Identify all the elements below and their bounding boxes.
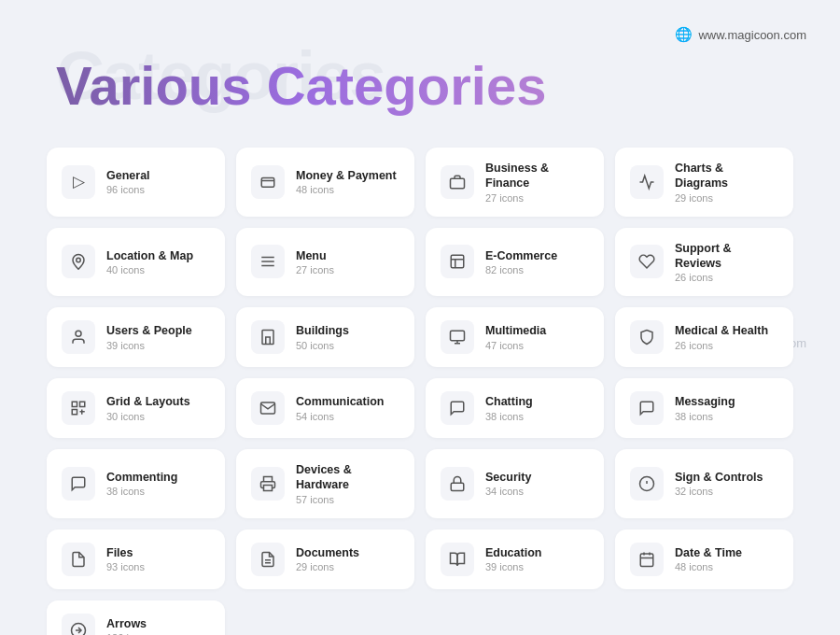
card-charts[interactable]: Charts & Diagrams 29 icons <box>615 148 793 217</box>
general-text: General 96 icons <box>106 168 150 195</box>
svg-rect-10 <box>72 402 77 406</box>
charts-sub: 29 icons <box>675 192 778 204</box>
card-business[interactable]: Business & Finance 27 icons <box>426 148 604 217</box>
users-sub: 39 icons <box>106 340 192 351</box>
charts-text: Charts & Diagrams 29 icons <box>675 161 778 204</box>
files-icon <box>62 543 95 576</box>
business-icon <box>441 165 474 199</box>
card-communication[interactable]: Communication 54 icons <box>236 378 414 438</box>
files-sub: 93 icons <box>106 561 145 572</box>
datetime-title: Date & Time <box>675 545 742 560</box>
card-location[interactable]: Location & Map 40 icons <box>47 228 225 297</box>
grid-text: Grid & Layouts 30 icons <box>106 394 190 421</box>
medical-title: Medical & Health <box>675 323 768 338</box>
card-users[interactable]: Users & People 39 icons <box>47 307 225 367</box>
devices-title: Devices & Hardware <box>296 462 399 493</box>
card-sign[interactable]: Sign & Controls 32 icons <box>615 449 793 518</box>
card-ecommerce[interactable]: E-Commerce 82 icons <box>426 228 604 297</box>
card-security[interactable]: Security 34 icons <box>426 449 604 518</box>
education-text: Education 39 icons <box>485 545 541 572</box>
buildings-icon <box>251 320 285 354</box>
arrows-title: Arrows <box>106 616 150 631</box>
grid-icon <box>62 391 95 425</box>
menu-text: Menu 27 icons <box>296 248 334 275</box>
svg-point-7 <box>76 331 81 336</box>
card-buildings[interactable]: Buildings 50 icons <box>236 307 414 367</box>
charts-icon <box>630 165 664 199</box>
money-icon <box>251 165 285 199</box>
multimedia-text: Multimedia 47 icons <box>485 323 546 350</box>
security-icon <box>441 467 474 501</box>
card-grid[interactable]: Grid & Layouts 30 icons <box>47 378 225 438</box>
files-text: Files 93 icons <box>106 545 145 572</box>
multimedia-sub: 47 icons <box>485 340 546 351</box>
communication-title: Communication <box>296 394 384 409</box>
categories-grid: ▷ General 96 icons Money & Payment 48 ic… <box>47 148 793 635</box>
grid-title: Grid & Layouts <box>106 394 190 409</box>
site-url: www.magicoon.com <box>698 28 806 42</box>
documents-title: Documents <box>296 545 359 560</box>
commenting-icon <box>62 467 95 501</box>
support-sub: 26 icons <box>675 272 778 283</box>
card-multimedia[interactable]: Multimedia 47 icons <box>426 307 604 367</box>
svg-point-2 <box>77 259 81 263</box>
multimedia-title: Multimedia <box>485 323 546 338</box>
card-general[interactable]: ▷ General 96 icons <box>47 148 225 217</box>
chatting-icon <box>441 391 474 425</box>
arrows-icon <box>62 614 95 636</box>
card-money[interactable]: Money & Payment 48 icons <box>236 148 414 217</box>
sign-title: Sign & Controls <box>675 470 763 485</box>
support-title: Support & Reviews <box>675 241 778 272</box>
svg-rect-22 <box>640 554 653 567</box>
svg-point-26 <box>72 623 86 635</box>
card-education[interactable]: Education 39 icons <box>426 529 604 589</box>
card-menu[interactable]: Menu 27 icons <box>236 228 414 297</box>
card-support[interactable]: Support & Reviews 26 icons <box>615 228 793 297</box>
svg-rect-12 <box>72 410 77 415</box>
card-datetime[interactable]: Date & Time 48 icons <box>615 529 793 589</box>
buildings-sub: 50 icons <box>296 340 349 351</box>
svg-rect-16 <box>451 483 464 490</box>
menu-sub: 27 icons <box>296 264 334 275</box>
card-files[interactable]: Files 93 icons <box>47 529 225 589</box>
commenting-sub: 38 icons <box>106 486 177 497</box>
general-icon: ▷ <box>62 165 95 199</box>
card-commenting[interactable]: Commenting 38 icons <box>47 449 225 518</box>
sign-icon <box>630 467 664 501</box>
card-devices[interactable]: Devices & Hardware 57 icons <box>236 449 414 518</box>
education-sub: 39 icons <box>485 561 541 572</box>
money-text: Money & Payment 48 icons <box>296 168 397 195</box>
documents-text: Documents 29 icons <box>296 545 359 572</box>
card-arrows[interactable]: Arrows 136 icons <box>47 600 225 636</box>
ecommerce-icon <box>441 245 474 278</box>
business-text: Business & Finance 27 icons <box>485 161 589 204</box>
ecommerce-text: E-Commerce 82 icons <box>485 248 557 275</box>
education-icon <box>441 543 474 576</box>
medical-sub: 26 icons <box>675 340 768 351</box>
multimedia-icon <box>441 320 474 354</box>
users-title: Users & People <box>106 323 192 338</box>
general-title: General <box>106 168 150 183</box>
card-chatting[interactable]: Chatting 38 icons <box>426 378 604 438</box>
messaging-icon <box>630 391 664 425</box>
datetime-icon <box>630 543 664 576</box>
buildings-text: Buildings 50 icons <box>296 323 349 350</box>
commenting-text: Commenting 38 icons <box>106 470 177 497</box>
business-sub: 27 icons <box>485 192 589 204</box>
card-medical[interactable]: Medical & Health 26 icons <box>615 307 793 367</box>
communication-text: Communication 54 icons <box>296 394 384 421</box>
header-url-area: 🌐 www.magicoon.com <box>675 26 806 43</box>
files-title: Files <box>106 545 145 560</box>
education-title: Education <box>485 545 541 560</box>
support-icon <box>630 245 664 278</box>
charts-title: Charts & Diagrams <box>675 161 778 191</box>
commenting-title: Commenting <box>106 470 177 485</box>
card-messaging[interactable]: Messaging 38 icons <box>615 378 793 438</box>
chatting-text: Chatting 38 icons <box>485 394 533 421</box>
menu-title: Menu <box>296 248 334 263</box>
svg-rect-6 <box>451 256 464 269</box>
card-documents[interactable]: Documents 29 icons <box>236 529 414 589</box>
grid-sub: 30 icons <box>106 411 190 422</box>
devices-sub: 57 icons <box>296 494 399 505</box>
messaging-title: Messaging <box>675 394 735 409</box>
